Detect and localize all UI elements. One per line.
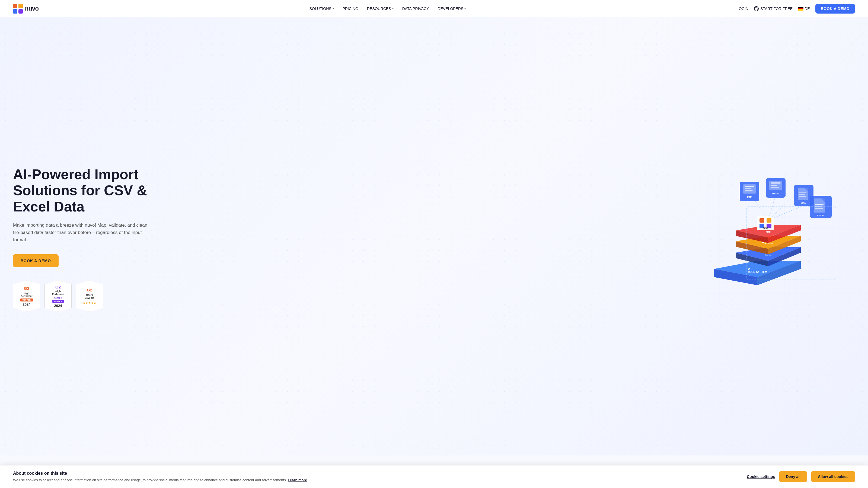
badge-year-1: 2024 [23,302,31,306]
logo-link[interactable]: nuvo [13,4,39,13]
hero-title: AI-Powered Import Solutions for CSV & Ex… [13,166,176,215]
navigation: nuvo SOLUTIONS ▾ PRICING RESOURCES ▾ DAT… [0,0,868,18]
svg-rect-59 [815,208,823,209]
svg-rect-52 [799,196,806,197]
svg-rect-1 [19,4,23,8]
svg-rect-6 [798,9,803,10]
language-selector[interactable]: DE [798,6,810,11]
svg-rect-26 [760,218,764,223]
login-link[interactable]: LOGIN [737,6,749,11]
nav-data-privacy[interactable]: DATA PRIVACY [402,6,429,11]
svg-rect-43 [771,183,781,184]
nav-links: SOLUTIONS ▾ PRICING RESOURCES ▾ DATA PRI… [310,6,466,11]
g2-icon-orange: G2 [87,288,92,292]
g2-icon: G2 [24,286,29,291]
chevron-down-icon: ▾ [392,7,394,10]
badge-label-1: HighPerformer [21,292,32,298]
badge-users-label: UsersLove Us [85,294,94,300]
svg-rect-37 [745,186,754,187]
svg-rect-38 [745,188,751,189]
svg-text:CSV: CSV [801,202,806,204]
hero-section: AI-Powered Import Solutions for CSV & Ex… [0,18,868,455]
badge-users-love-us: G2 UsersLove Us ★★★★★ [76,280,103,312]
g2-icon-purple: G2 [55,285,61,289]
svg-text:nuvo: nuvo [763,227,769,229]
hero-subtitle: Make importing data a breeze with nuvo! … [13,222,149,244]
svg-text:HTTPS: HTTPS [772,193,780,195]
badge-europe-label: Europe [54,297,62,299]
svg-rect-0 [13,4,18,8]
badge-high-performer: G2 HighPerformer WINTER 2024 [13,280,40,312]
svg-text:YOUR SYSTEM: YOUR SYSTEM [748,270,767,273]
nav-right: LOGIN START FOR FREE DE BOOK A DEMO [737,4,855,13]
svg-rect-5 [798,8,803,9]
german-flag-icon [798,7,803,10]
hero-diagram-svg: ⚙ YOUR SYSTEM Clean Transform [698,174,855,304]
github-icon [754,6,759,11]
svg-rect-45 [771,187,779,188]
hero-book-demo-button[interactable]: BOOK A DEMO [13,254,59,267]
hero-illustration: ⚙ YOUR SYSTEM Clean Transform [698,174,855,304]
svg-rect-3 [19,9,23,13]
badge-label-2: HighPerformer [52,290,64,296]
book-demo-nav-button[interactable]: BOOK A DEMO [815,4,855,13]
badge-winter-2: WINTER [52,300,64,303]
badge-winter-1: WINTER [20,298,33,301]
svg-rect-44 [771,185,777,186]
nav-solutions[interactable]: SOLUTIONS ▾ [310,6,334,11]
nav-developers[interactable]: DEVELOPERS ▾ [437,6,466,11]
chevron-down-icon: ▾ [333,7,334,10]
svg-rect-51 [799,194,805,195]
badge-stars: ★★★★★ [83,301,96,305]
logo-icon [13,4,23,13]
svg-rect-4 [798,7,803,8]
logo-text: nuvo [25,5,39,12]
nav-pricing[interactable]: PRICING [343,6,358,11]
svg-text:EXCEL: EXCEL [817,214,825,217]
svg-text:FTP: FTP [747,196,752,198]
hero-content: AI-Powered Import Solutions for CSV & Ex… [13,166,176,312]
svg-rect-57 [815,204,824,205]
svg-text:Map: Map [766,230,771,233]
svg-rect-2 [13,9,18,13]
badges-container: G2 HighPerformer WINTER 2024 G2 HighPerf… [13,280,176,312]
chevron-down-icon: ▾ [464,7,466,10]
svg-rect-50 [799,193,806,193]
github-link[interactable]: START FOR FREE [754,6,793,11]
svg-rect-27 [767,218,771,223]
svg-rect-58 [815,206,822,207]
nav-resources[interactable]: RESOURCES ▾ [367,6,394,11]
badge-year-2: 2024 [54,304,62,308]
badge-high-performer-europe: G2 HighPerformer Europe WINTER 2024 [44,280,72,312]
svg-rect-39 [745,190,753,191]
